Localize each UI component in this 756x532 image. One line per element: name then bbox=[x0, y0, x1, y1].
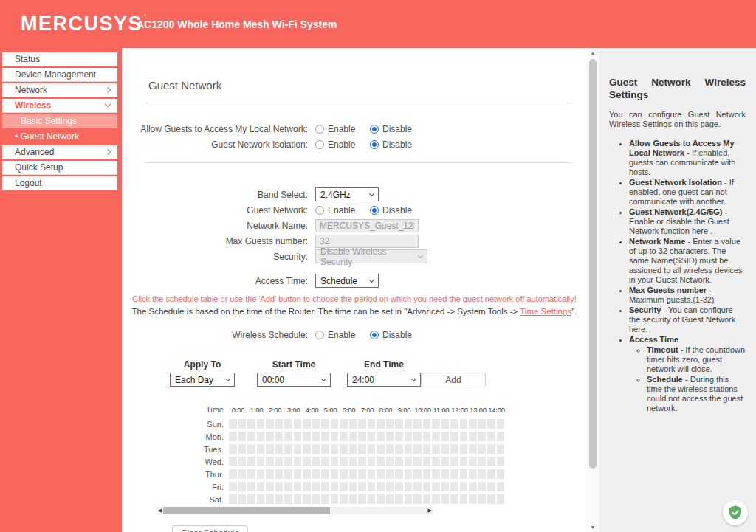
schedule-cell[interactable] bbox=[247, 482, 255, 491]
schedule-cell[interactable] bbox=[497, 457, 505, 466]
schedule-cell[interactable] bbox=[432, 494, 440, 504]
schedule-cell[interactable] bbox=[284, 457, 292, 466]
schedule-cell[interactable] bbox=[312, 419, 320, 429]
schedule-cell[interactable] bbox=[331, 494, 339, 504]
schedule-cell[interactable] bbox=[340, 469, 348, 479]
schedule-cell[interactable] bbox=[349, 444, 357, 454]
guest-network-disable-radio[interactable]: Disable bbox=[370, 205, 425, 215]
schedule-cell[interactable] bbox=[386, 444, 394, 454]
schedule-cell[interactable] bbox=[487, 482, 495, 491]
schedule-cell[interactable] bbox=[340, 432, 348, 441]
schedule-cell[interactable] bbox=[460, 419, 468, 429]
schedule-cell[interactable] bbox=[321, 444, 329, 454]
schedule-cell[interactable] bbox=[321, 457, 329, 466]
schedule-cell[interactable] bbox=[497, 432, 505, 441]
schedule-cell[interactable] bbox=[284, 432, 292, 441]
schedule-cell[interactable] bbox=[229, 432, 237, 441]
schedule-horizontal-scrollbar[interactable]: ◀ ▶ bbox=[157, 507, 433, 514]
schedule-cell[interactable] bbox=[441, 469, 450, 479]
schedule-cell[interactable] bbox=[377, 469, 385, 479]
sidebar-item-basic-settings[interactable]: Basic Settings bbox=[2, 114, 117, 128]
schedule-cell[interactable] bbox=[377, 432, 385, 441]
schedule-cell[interactable] bbox=[460, 494, 468, 504]
schedule-cell[interactable] bbox=[294, 469, 302, 479]
schedule-cell[interactable] bbox=[284, 494, 292, 504]
schedule-cell[interactable] bbox=[432, 432, 440, 441]
schedule-cell[interactable] bbox=[405, 469, 413, 479]
sidebar-item-guest-network[interactable]: • Guest Network bbox=[2, 130, 117, 144]
schedule-cell[interactable] bbox=[340, 444, 348, 454]
schedule-cell[interactable] bbox=[460, 482, 468, 491]
schedule-cell[interactable] bbox=[294, 457, 302, 466]
schedule-cell[interactable] bbox=[413, 482, 422, 491]
protection-badge-button[interactable] bbox=[723, 500, 748, 525]
network-name-input[interactable] bbox=[315, 219, 419, 232]
schedule-cell[interactable] bbox=[303, 444, 311, 454]
schedule-cell[interactable] bbox=[497, 469, 505, 479]
schedule-cell[interactable] bbox=[423, 457, 431, 466]
schedule-cell[interactable] bbox=[497, 419, 505, 429]
schedule-cell[interactable] bbox=[303, 457, 311, 466]
schedule-cell[interactable] bbox=[340, 457, 348, 466]
schedule-cell[interactable] bbox=[368, 469, 376, 479]
schedule-cell[interactable] bbox=[238, 469, 247, 479]
access-time-dropdown[interactable]: Schedule bbox=[315, 274, 379, 288]
schedule-cell[interactable] bbox=[229, 482, 237, 491]
schedule-cell[interactable] bbox=[247, 432, 255, 441]
schedule-cell[interactable] bbox=[284, 419, 292, 429]
schedule-cell[interactable] bbox=[247, 457, 255, 466]
schedule-cell[interactable] bbox=[395, 444, 403, 454]
add-button[interactable]: Add bbox=[421, 373, 486, 387]
band-select-dropdown[interactable]: 2.4GHz bbox=[315, 187, 379, 201]
sidebar-item-wireless[interactable]: Wireless bbox=[2, 99, 117, 113]
sidebar-item-status[interactable]: Status bbox=[2, 52, 117, 66]
schedule-cell[interactable] bbox=[266, 494, 274, 504]
schedule-cell[interactable] bbox=[386, 482, 394, 491]
schedule-cell[interactable] bbox=[441, 419, 450, 429]
schedule-cell[interactable] bbox=[275, 419, 284, 429]
schedule-cell[interactable] bbox=[368, 494, 376, 504]
sidebar-item-quick-setup[interactable]: Quick Setup bbox=[2, 161, 117, 175]
schedule-cell[interactable] bbox=[386, 469, 394, 479]
schedule-cell[interactable] bbox=[432, 444, 440, 454]
schedule-cell[interactable] bbox=[257, 469, 265, 479]
schedule-cell[interactable] bbox=[386, 432, 394, 441]
schedule-cell[interactable] bbox=[266, 444, 274, 454]
schedule-cell[interactable] bbox=[238, 419, 247, 429]
schedule-cell[interactable] bbox=[349, 432, 357, 441]
schedule-cell[interactable] bbox=[349, 469, 357, 479]
schedule-cell[interactable] bbox=[423, 494, 431, 504]
schedule-cell[interactable] bbox=[358, 482, 366, 491]
schedule-cell[interactable] bbox=[294, 432, 302, 441]
schedule-cell[interactable] bbox=[395, 482, 403, 491]
schedule-cell[interactable] bbox=[321, 419, 329, 429]
schedule-cell[interactable] bbox=[487, 432, 495, 441]
schedule-cell[interactable] bbox=[469, 432, 477, 441]
schedule-cell[interactable] bbox=[331, 432, 339, 441]
schedule-cell[interactable] bbox=[321, 432, 329, 441]
schedule-cell[interactable] bbox=[413, 419, 422, 429]
schedule-cell[interactable] bbox=[441, 482, 450, 491]
schedule-cell[interactable] bbox=[238, 432, 247, 441]
schedule-cell[interactable] bbox=[450, 482, 458, 491]
schedule-cell[interactable] bbox=[358, 444, 366, 454]
time-settings-link[interactable]: Time Settings bbox=[520, 307, 571, 316]
schedule-cell[interactable] bbox=[413, 494, 422, 504]
schedule-cell[interactable] bbox=[497, 494, 505, 504]
schedule-cell[interactable] bbox=[284, 469, 292, 479]
schedule-cell[interactable] bbox=[405, 444, 413, 454]
schedule-cell[interactable] bbox=[331, 482, 339, 491]
schedule-cell[interactable] bbox=[275, 469, 284, 479]
schedule-cell[interactable] bbox=[340, 482, 348, 491]
sidebar-item-network[interactable]: Network bbox=[2, 83, 117, 97]
schedule-cell[interactable] bbox=[275, 494, 284, 504]
schedule-cell[interactable] bbox=[487, 494, 495, 504]
schedule-cell[interactable] bbox=[469, 457, 477, 466]
schedule-cell[interactable] bbox=[386, 419, 394, 429]
wireless-schedule-disable-radio[interactable]: Disable bbox=[370, 330, 425, 340]
schedule-cell[interactable] bbox=[238, 482, 247, 491]
schedule-cell[interactable] bbox=[349, 494, 357, 504]
start-time-dropdown[interactable]: 00:00 bbox=[257, 373, 331, 387]
schedule-cell[interactable] bbox=[275, 482, 284, 491]
schedule-cell[interactable] bbox=[266, 469, 274, 479]
